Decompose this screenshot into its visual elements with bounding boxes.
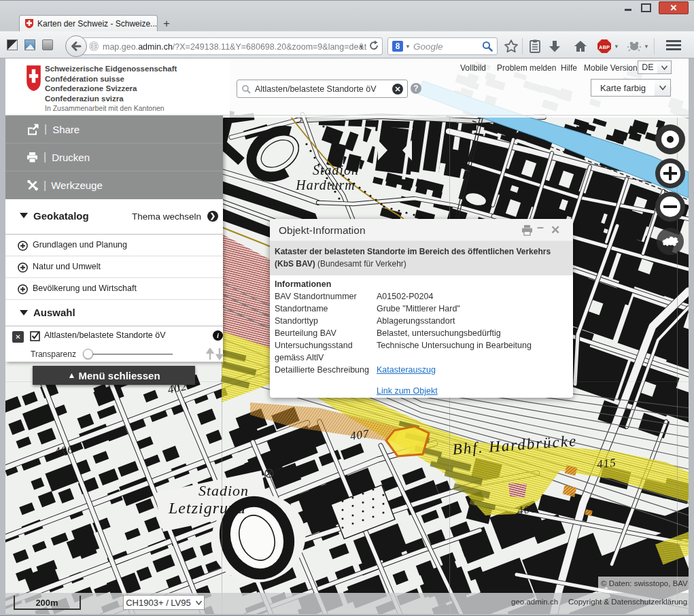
- svg-text:415: 415: [596, 456, 617, 471]
- svg-text:Stadion: Stadion: [198, 482, 249, 499]
- svg-text:Hardturm: Hardturm: [295, 177, 355, 192]
- svg-text:406: 406: [54, 443, 75, 458]
- svg-text:ABP: ABP: [599, 44, 610, 50]
- svg-text:Letzigrund: Letzigrund: [168, 499, 246, 517]
- svg-text:406: 406: [517, 502, 538, 517]
- svg-text:200m: 200m: [35, 598, 58, 608]
- svg-text:407: 407: [349, 427, 370, 443]
- svg-text:Stadion: Stadion: [313, 162, 359, 177]
